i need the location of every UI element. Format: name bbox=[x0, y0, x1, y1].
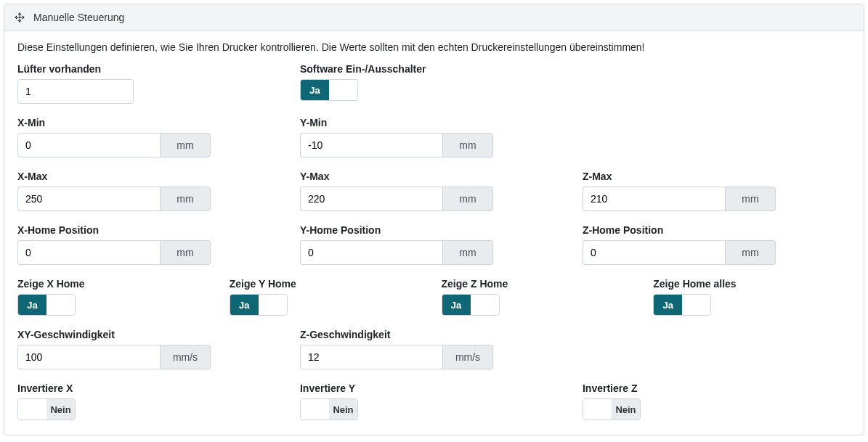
show-x-home-toggle[interactable]: Ja bbox=[17, 294, 76, 316]
toggle-yes bbox=[301, 399, 329, 420]
toggle-yes: Ja bbox=[301, 80, 329, 100]
ymax-label: Y-Max bbox=[300, 171, 568, 182]
zmax-label: Z-Max bbox=[583, 171, 851, 182]
toggle-yes bbox=[583, 399, 612, 420]
xmax-input[interactable] bbox=[17, 187, 160, 211]
show-x-home-label: Zeige X Home bbox=[17, 278, 215, 290]
yhome-input[interactable] bbox=[300, 240, 442, 265]
unit-mm: mm bbox=[160, 133, 211, 157]
xy-speed-label: XY-Geschwindigkeit bbox=[17, 329, 285, 340]
toggle-yes: Ja bbox=[654, 295, 682, 315]
z-speed-label: Z-Geschwindigkeit bbox=[300, 329, 568, 340]
toggle-no bbox=[471, 295, 499, 315]
yhome-label: Y-Home Position bbox=[300, 224, 568, 236]
show-z-home-toggle[interactable]: Ja bbox=[442, 294, 500, 316]
unit-mm: mm bbox=[442, 240, 493, 265]
fan-label: Lüfter vorhanden bbox=[17, 63, 285, 75]
unit-mm: mm bbox=[442, 187, 493, 211]
unit-mm: mm bbox=[160, 187, 211, 211]
toggle-no bbox=[682, 295, 710, 315]
xmin-input[interactable] bbox=[17, 133, 160, 157]
xhome-label: X-Home Position bbox=[17, 224, 285, 236]
unit-mm: mm bbox=[725, 187, 776, 211]
panel-title: Manuelle Steuerung bbox=[33, 12, 124, 23]
toggle-no: Nein bbox=[329, 399, 357, 420]
panel-header[interactable]: Manuelle Steuerung bbox=[4, 4, 864, 31]
zhome-label: Z-Home Position bbox=[583, 224, 851, 236]
xmax-label: X-Max bbox=[17, 171, 285, 182]
toggle-no bbox=[329, 80, 357, 100]
toggle-yes bbox=[18, 399, 46, 420]
ymax-input[interactable] bbox=[300, 187, 442, 211]
show-all-home-toggle[interactable]: Ja bbox=[653, 294, 711, 316]
unit-mm: mm bbox=[160, 240, 211, 265]
toggle-no: Nein bbox=[612, 399, 640, 420]
invert-z-label: Invertiere Z bbox=[583, 382, 851, 394]
manual-control-panel: Manuelle Steuerung Diese Einstellungen d… bbox=[4, 4, 864, 435]
invert-x-toggle[interactable]: Nein bbox=[17, 398, 76, 420]
toggle-yes: Ja bbox=[18, 295, 46, 315]
panel-body: Diese Einstellungen definieren, wie Sie … bbox=[4, 31, 864, 435]
show-y-home-label: Zeige Y Home bbox=[230, 278, 427, 290]
invert-z-toggle[interactable]: Nein bbox=[583, 398, 641, 420]
zhome-input[interactable] bbox=[583, 240, 725, 265]
show-all-home-label: Zeige Home alles bbox=[653, 278, 851, 290]
show-z-home-label: Zeige Z Home bbox=[442, 278, 639, 290]
unit-mms: mm/s bbox=[442, 345, 493, 369]
unit-mms: mm/s bbox=[160, 345, 211, 369]
panel-description: Diese Einstellungen definieren, wie Sie … bbox=[17, 41, 851, 53]
xmin-label: X-Min bbox=[17, 117, 285, 128]
xhome-input[interactable] bbox=[17, 240, 160, 265]
software-switch-label: Software Ein-/Ausschalter bbox=[300, 63, 568, 75]
toggle-yes: Ja bbox=[442, 295, 471, 315]
toggle-no bbox=[46, 295, 75, 315]
software-switch-toggle[interactable]: Ja bbox=[300, 79, 358, 101]
fan-input[interactable] bbox=[17, 79, 134, 104]
xy-speed-input[interactable] bbox=[17, 345, 160, 369]
toggle-no: Nein bbox=[46, 399, 75, 420]
move-icon bbox=[15, 12, 25, 22]
invert-y-label: Invertiere Y bbox=[300, 382, 568, 394]
ymin-label: Y-Min bbox=[300, 117, 568, 128]
invert-x-label: Invertiere X bbox=[17, 382, 285, 394]
toggle-yes: Ja bbox=[230, 295, 259, 315]
ymin-input[interactable] bbox=[300, 133, 442, 157]
unit-mm: mm bbox=[725, 240, 776, 265]
toggle-no bbox=[259, 295, 287, 315]
show-y-home-toggle[interactable]: Ja bbox=[230, 294, 288, 316]
zmax-input[interactable] bbox=[583, 187, 725, 211]
invert-y-toggle[interactable]: Nein bbox=[300, 398, 358, 420]
z-speed-input[interactable] bbox=[300, 345, 442, 369]
unit-mm: mm bbox=[442, 133, 493, 157]
